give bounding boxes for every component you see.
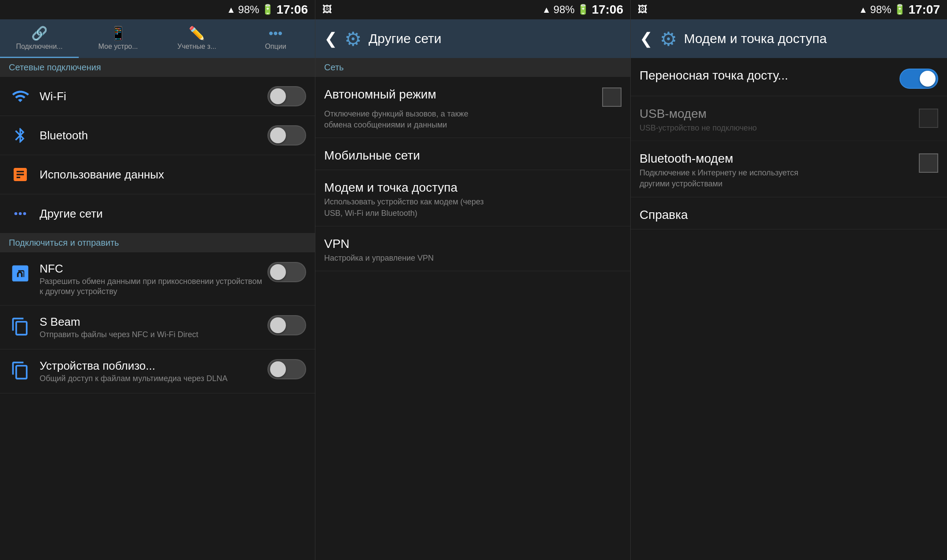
- bt-tethering-checkbox[interactable]: [919, 153, 938, 173]
- panel-tethering: 🖼 ▲ 98% 🔋 17:07 ❮ ⚙ Модем и точка доступ…: [631, 0, 947, 560]
- wifi-text: Wi-Fi: [40, 90, 267, 103]
- bluetooth-toggle[interactable]: [267, 125, 306, 145]
- panel2-content: Сеть Автономный режим Отключение функций…: [315, 58, 630, 560]
- mobile-networks-item[interactable]: Мобильные сети: [315, 138, 630, 170]
- data-usage-icon-wrap: [9, 163, 32, 186]
- sbeam-toggle-knob: [270, 317, 286, 333]
- tab-connections[interactable]: 🔗 Подключени...: [0, 19, 79, 58]
- vpn-title: VPN: [324, 237, 350, 251]
- panel-network-connections: ▲ 98% 🔋 17:06 🔗 Подключени... 📱 Мое устр…: [0, 0, 315, 560]
- battery-percent-1: 98%: [238, 4, 259, 16]
- bluetooth-icon-wrap: [9, 124, 32, 147]
- bluetooth-text: Bluetooth: [40, 129, 267, 142]
- status-icons-1: ▲ 98% 🔋 17:06: [227, 3, 308, 17]
- sbeam-title: S Beam: [40, 315, 267, 329]
- battery-icon-2: 🔋: [577, 4, 589, 15]
- vpn-row: VPN: [324, 237, 622, 251]
- wifi-toggle[interactable]: [267, 86, 306, 106]
- settings-icon-2: ⚙: [344, 28, 362, 50]
- help-item[interactable]: Справка: [631, 197, 947, 229]
- nfc-setting[interactable]: NFC Разрешить обмен данными при прикосно…: [0, 252, 315, 305]
- usb-tethering-text: USB-модем USB-устройство не подключено: [640, 107, 757, 134]
- photo-icon-3: 🖼: [638, 4, 647, 15]
- nearby-setting[interactable]: Устройства поблизо... Общий доступ к фай…: [0, 349, 315, 393]
- bluetooth-setting[interactable]: Bluetooth: [0, 116, 315, 155]
- data-usage-text: Использование данных: [40, 168, 306, 182]
- hotspot-sub: Использовать устройство как модем (через…: [324, 196, 491, 218]
- time-2: 17:06: [592, 3, 623, 17]
- time-3: 17:07: [908, 3, 940, 17]
- data-usage-title: Использование данных: [40, 168, 306, 182]
- page-title-2: Другие сети: [369, 31, 442, 46]
- bt-tethering-row: Bluetooth-модем Подключение к Интернету …: [640, 152, 938, 189]
- battery-icon-3: 🔋: [894, 4, 906, 15]
- nearby-subtitle: Общий доступ к файлам мультимедиа через …: [40, 374, 267, 384]
- status-bar-3: 🖼 ▲ 98% 🔋 17:07: [631, 0, 947, 19]
- tab-accounts-icon: ✏️: [189, 25, 205, 41]
- bt-tethering-text: Bluetooth-модем Подключение к Интернету …: [640, 152, 807, 189]
- usb-tethering-title: USB-модем: [640, 107, 757, 121]
- usb-tethering-row: USB-модем USB-устройство не подключено: [640, 107, 938, 134]
- signal-icon-3: ▲: [859, 5, 868, 15]
- nearby-toggle[interactable]: [267, 359, 306, 379]
- hotspot-row: Модем и точка доступа: [324, 181, 622, 195]
- nfc-toggle[interactable]: [267, 262, 306, 282]
- status-icons-2: ▲ 98% 🔋 17:06: [542, 3, 623, 17]
- vpn-sub: Настройка и управление VPN: [324, 253, 491, 264]
- mobile-networks-title: Мобильные сети: [324, 149, 420, 163]
- wifi-toggle-knob: [270, 88, 286, 104]
- tab-accounts[interactable]: ✏️ Учетные з...: [157, 19, 236, 58]
- usb-tethering-sub: USB-устройство не подключено: [640, 123, 757, 134]
- status-bar-2: 🖼 ▲ 98% 🔋 17:06: [315, 0, 630, 19]
- airplane-mode-sub: Отключение функций вызовов, а также обме…: [324, 109, 491, 131]
- section-network-header: Сетевые подключения: [0, 58, 315, 77]
- status-bar-left-2: 🖼: [322, 4, 539, 15]
- tab-device[interactable]: 📱 Мое устро...: [79, 19, 157, 58]
- svg-point-2: [23, 212, 26, 215]
- battery-icon-1: 🔋: [262, 4, 274, 15]
- photo-icon-2: 🖼: [322, 4, 332, 15]
- bt-tethering-item[interactable]: Bluetooth-модем Подключение к Интернету …: [631, 141, 947, 197]
- battery-percent-2: 98%: [553, 4, 574, 16]
- nearby-title: Устройства поблизо...: [40, 359, 267, 373]
- bt-tethering-title: Bluetooth-модем: [640, 152, 807, 166]
- nfc-icon: [11, 264, 30, 283]
- airplane-mode-row: Автономный режим: [324, 87, 622, 107]
- back-button-3[interactable]: ❮: [640, 29, 653, 48]
- data-usage-setting[interactable]: Использование данных: [0, 155, 315, 194]
- usb-tethering-checkbox[interactable]: [919, 109, 938, 128]
- signal-icon-1: ▲: [227, 5, 236, 15]
- other-networks-text: Другие сети: [40, 207, 306, 221]
- back-button-2[interactable]: ❮: [324, 29, 337, 48]
- wifi-setting[interactable]: Wi-Fi: [0, 77, 315, 116]
- other-networks-setting[interactable]: Другие сети: [0, 194, 315, 233]
- panel-other-networks: 🖼 ▲ 98% 🔋 17:06 ❮ ⚙ Другие сети Сеть Авт…: [315, 0, 631, 560]
- hotspot-item[interactable]: Модем и точка доступа Использовать устро…: [315, 170, 630, 226]
- tab-options-label: Опции: [265, 43, 286, 51]
- portable-hotspot-item[interactable]: Переносная точка досту...: [631, 58, 947, 96]
- tab-options[interactable]: ••• Опции: [236, 19, 315, 58]
- nearby-icon-wrap: [9, 359, 32, 382]
- vpn-item[interactable]: VPN Настройка и управление VPN: [315, 226, 630, 271]
- airplane-mode-checkbox[interactable]: [602, 87, 622, 107]
- sub-section-network: Сеть: [315, 58, 630, 77]
- svg-point-1: [19, 212, 22, 215]
- time-1: 17:06: [276, 3, 308, 17]
- tab-connections-icon: 🔗: [31, 25, 48, 41]
- sbeam-icon-wrap: [9, 315, 32, 338]
- tab-options-icon: •••: [269, 26, 283, 41]
- wifi-icon: [11, 87, 29, 105]
- sbeam-setting[interactable]: S Beam Отправить файлы через NFC и Wi-Fi…: [0, 305, 315, 349]
- data-usage-icon: [11, 166, 29, 183]
- page-title-3: Модем и точка доступа: [684, 31, 827, 46]
- portable-hotspot-toggle[interactable]: [899, 69, 938, 89]
- airplane-mode-item[interactable]: Автономный режим Отключение функций вызо…: [315, 77, 630, 138]
- nfc-icon-wrap: [9, 262, 32, 285]
- wifi-title: Wi-Fi: [40, 90, 267, 103]
- page-header-2: ❮ ⚙ Другие сети: [315, 19, 630, 58]
- status-bar-1: ▲ 98% 🔋 17:06: [0, 0, 315, 19]
- help-title: Справка: [640, 208, 688, 222]
- sbeam-toggle[interactable]: [267, 315, 306, 335]
- usb-tethering-item[interactable]: USB-модем USB-устройство не подключено: [631, 96, 947, 141]
- sbeam-subtitle: Отправить файлы через NFC и Wi-Fi Direct: [40, 330, 267, 340]
